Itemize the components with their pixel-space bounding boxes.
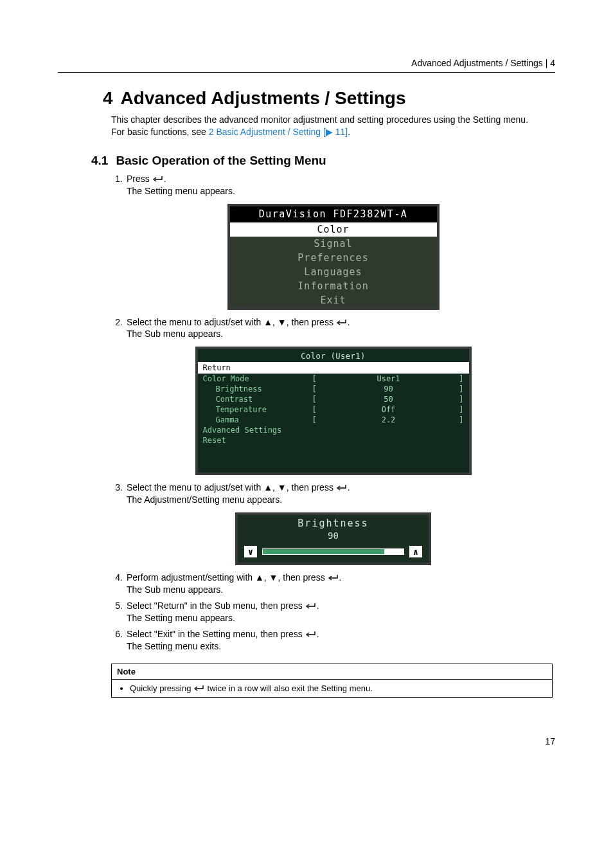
up-down-triangles: ▲, ▼ [255,572,278,583]
enter-icon [193,683,205,693]
table-row: Contrast[50] [198,394,469,404]
header-section-title: Advanced Adjustments / Settings [411,58,543,68]
osd-adjust-title: Brightness [238,515,429,530]
procedure-list: 1. Press . The Setting menu appears. Dur… [111,173,555,653]
increase-button: ∧ [409,546,422,557]
osd-main-menu-figure: DuraVision FDF2382WT-A Color Signal Pref… [111,204,555,310]
osd-sub-title: Color (User1) [198,349,469,362]
enter-icon [152,174,164,184]
osd-main-item: Preferences [230,251,437,265]
intro-line-2: For basic functions, see 2 Basic Adjustm… [111,126,555,138]
subsection-number: 4.1 [91,154,108,167]
section-number: 4 [103,88,113,108]
osd-sub-table: Color Mode[User1] Brightness[90] Contras… [198,374,469,446]
table-row: Color Mode[User1] [198,374,469,384]
page-number: 17 [58,736,555,746]
subsection-text: Basic Operation of the Setting Menu [116,154,326,167]
enter-icon [336,482,348,493]
intro-line-1: This chapter describes the advanced moni… [111,114,555,126]
osd-adjustment-figure: Brightness 90 ∨ ∧ [111,512,555,565]
subsection-title: 4.1Basic Operation of the Setting Menu [91,154,555,168]
list-item: 5. Select "Return" in the Sub menu, then… [111,600,555,624]
decrease-button: ∨ [244,546,257,557]
osd-main-title: DuraVision FDF2382WT-A [230,206,437,222]
table-row: Brightness[90] [198,384,469,394]
page-title: 4Advanced Adjustments / Settings [103,88,555,109]
enter-icon [328,572,339,583]
enter-icon [305,629,317,639]
osd-main-item: Signal [230,237,437,251]
basic-adjustment-xref[interactable]: ▶ 11] [326,127,348,137]
note-item: Quickly pressing twice in a row will als… [130,683,546,693]
table-row: Temperature[Off] [198,404,469,415]
list-item: 3. Select the menu to adjust/set with ▲,… [111,482,555,506]
value-thumb [384,548,404,555]
osd-main-item: Languages [230,265,437,279]
enter-icon [336,317,348,327]
list-item: 1. Press . The Setting menu appears. [111,173,555,197]
value-bar [262,548,404,555]
up-down-triangles: ▲, ▼ [263,317,287,327]
list-item: 4. Perform adjustment/setting with ▲, ▼,… [111,572,555,596]
table-row: Gamma[2.2] [198,415,469,425]
osd-sub-menu: Color (User1) Return Color Mode[User1] B… [195,347,472,475]
osd-sub-return: Return [198,362,469,374]
list-item: 6. Select "Exit" in the Setting menu, th… [111,628,555,653]
intro-paragraph: This chapter describes the advanced moni… [111,114,555,138]
osd-main-menu: DuraVision FDF2382WT-A Color Signal Pref… [227,204,440,310]
osd-main-item-selected: Color [230,222,437,237]
section-text: Advanced Adjustments / Settings [121,88,406,108]
up-down-triangles: ▲, ▼ [263,482,287,493]
list-item: 2. Select the menu to adjust/set with ▲,… [111,316,555,341]
header-section-number: 4 [550,58,555,68]
note-heading: Note [112,664,552,680]
osd-main-item: Information [230,279,437,293]
table-row: Reset [198,435,469,446]
note-box: Note Quickly pressing twice in a row wil… [111,664,553,698]
note-body: Quickly pressing twice in a row will als… [112,680,552,697]
osd-sub-menu-figure: Color (User1) Return Color Mode[User1] B… [111,347,555,475]
table-row: Advanced Settings [198,425,469,435]
basic-adjustment-link[interactable]: 2 Basic Adjustment / Setting [ [209,127,326,137]
running-header: Advanced Adjustments / Settings | 4 [58,58,555,73]
osd-adjustment-panel: Brightness 90 ∨ ∧ [235,512,431,565]
osd-main-item: Exit [230,293,437,307]
enter-icon [305,601,317,611]
osd-adjust-value: 90 [238,530,429,543]
